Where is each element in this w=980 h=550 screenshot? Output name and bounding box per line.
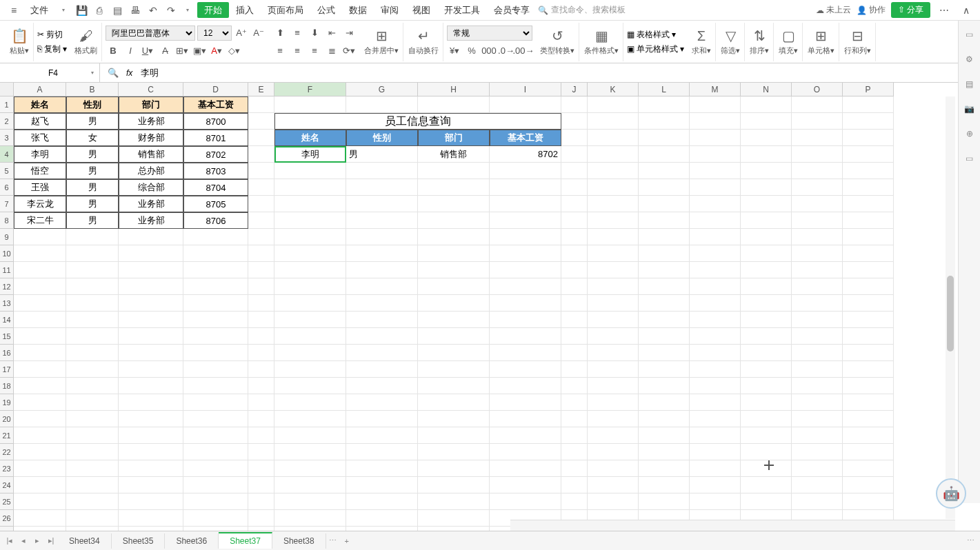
- table1-cell-1-0[interactable]: 张飞: [14, 130, 66, 146]
- cell-C23[interactable]: [119, 460, 183, 477]
- cell-M9[interactable]: [690, 229, 741, 245]
- cell-C12[interactable]: [119, 278, 183, 295]
- cell-O11[interactable]: [792, 262, 843, 278]
- align-left-icon[interactable]: ≡: [272, 43, 288, 59]
- cell-H20[interactable]: [418, 411, 490, 427]
- align-justify-icon[interactable]: ≣: [324, 43, 339, 59]
- cell-H23[interactable]: [418, 460, 490, 477]
- font-color-icon[interactable]: A▾: [209, 43, 224, 59]
- cell-D19[interactable]: [183, 394, 248, 411]
- table1-cell-0-1[interactable]: 男: [66, 113, 119, 130]
- cell-M3[interactable]: [690, 130, 741, 146]
- cell-O7[interactable]: [792, 196, 843, 212]
- col-header-M[interactable]: M: [690, 83, 741, 96]
- cell-C10[interactable]: [119, 245, 183, 262]
- cell-N11[interactable]: [741, 262, 792, 278]
- horizontal-scrollbar[interactable]: [510, 520, 955, 531]
- cell-J2[interactable]: [561, 113, 588, 130]
- cell-H25[interactable]: [418, 493, 490, 510]
- cell-P14[interactable]: [843, 312, 894, 328]
- cell-J17[interactable]: [561, 361, 588, 378]
- query-header-1[interactable]: 性别: [346, 130, 418, 146]
- cell-N19[interactable]: [741, 394, 792, 411]
- cell-H24[interactable]: [418, 477, 490, 493]
- cell-K25[interactable]: [588, 493, 639, 510]
- cell-F12[interactable]: [274, 278, 346, 295]
- cell-H10[interactable]: [418, 245, 490, 262]
- currency-icon[interactable]: ¥▾: [447, 43, 462, 59]
- query-header-3[interactable]: 基本工资: [490, 130, 561, 146]
- cell-C24[interactable]: [119, 477, 183, 493]
- cell-K9[interactable]: [588, 229, 639, 245]
- col-header-J[interactable]: J: [561, 83, 588, 96]
- cell-N13[interactable]: [741, 295, 792, 312]
- cell-F18[interactable]: [274, 378, 346, 394]
- cell-K4[interactable]: [588, 146, 639, 163]
- sidebar-select-icon[interactable]: ▭: [961, 26, 978, 43]
- cell-A13[interactable]: [14, 295, 66, 312]
- cell-M1[interactable]: [690, 96, 741, 113]
- cell-B14[interactable]: [66, 312, 119, 328]
- table1-cell-6-3[interactable]: 8706: [183, 212, 248, 229]
- cell-F8[interactable]: [274, 212, 346, 229]
- cell-G12[interactable]: [346, 278, 418, 295]
- cell-I19[interactable]: [490, 394, 561, 411]
- cell-M23[interactable]: [690, 460, 741, 477]
- cell-O19[interactable]: [792, 394, 843, 411]
- row-header-5[interactable]: 5: [0, 163, 14, 179]
- cell-M21[interactable]: [690, 427, 741, 444]
- zoom-formula-icon[interactable]: 🔍: [106, 65, 121, 81]
- row-header-2[interactable]: 2: [0, 113, 14, 130]
- cell-D18[interactable]: [183, 378, 248, 394]
- cell-M10[interactable]: [690, 245, 741, 262]
- cell-J20[interactable]: [561, 411, 588, 427]
- cell-B16[interactable]: [66, 345, 119, 361]
- cell-O6[interactable]: [792, 179, 843, 196]
- col-header-G[interactable]: G: [346, 83, 418, 96]
- cell-E12[interactable]: [248, 278, 274, 295]
- copy-button[interactable]: ⎘ 复制▾: [37, 43, 67, 55]
- col-header-P[interactable]: P: [843, 83, 894, 96]
- cell-B15[interactable]: [66, 328, 119, 345]
- cell-B23[interactable]: [66, 460, 119, 477]
- cond-format[interactable]: ▦条件格式▾: [580, 23, 623, 61]
- cell-J8[interactable]: [561, 212, 588, 229]
- cell-N9[interactable]: [741, 229, 792, 245]
- cell-N17[interactable]: [741, 361, 792, 378]
- cell-H17[interactable]: [418, 361, 490, 378]
- cell-C18[interactable]: [119, 378, 183, 394]
- decimal-inc-icon[interactable]: .0→: [499, 43, 514, 59]
- query-gender-cell[interactable]: 男: [346, 146, 418, 163]
- align-center-icon[interactable]: ≡: [290, 43, 305, 59]
- query-header-0[interactable]: 姓名: [274, 130, 346, 146]
- cell-E24[interactable]: [248, 477, 274, 493]
- cell-F20[interactable]: [274, 411, 346, 427]
- cell-O10[interactable]: [792, 245, 843, 262]
- cell-B13[interactable]: [66, 295, 119, 312]
- table1-header-1[interactable]: 性别: [66, 96, 119, 113]
- cell-C19[interactable]: [119, 394, 183, 411]
- cell-E16[interactable]: [248, 345, 274, 361]
- cell-M7[interactable]: [690, 196, 741, 212]
- cell-E15[interactable]: [248, 328, 274, 345]
- sidebar-style-icon[interactable]: ▤: [961, 76, 978, 92]
- cell-B19[interactable]: [66, 394, 119, 411]
- cell-E14[interactable]: [248, 312, 274, 328]
- row-header-20[interactable]: 20: [0, 411, 14, 427]
- cell-A23[interactable]: [14, 460, 66, 477]
- cell-L5[interactable]: [639, 163, 690, 179]
- cell-K14[interactable]: [588, 312, 639, 328]
- cell-K23[interactable]: [588, 460, 639, 477]
- decrease-font-icon[interactable]: A⁻: [251, 26, 266, 41]
- cell-B25[interactable]: [66, 493, 119, 510]
- cell-M22[interactable]: [690, 444, 741, 460]
- row-header-7[interactable]: 7: [0, 196, 14, 212]
- cell-P16[interactable]: [843, 345, 894, 361]
- cell-M8[interactable]: [690, 212, 741, 229]
- sidebar-help-icon[interactable]: ⊕: [961, 125, 978, 142]
- cell-I14[interactable]: [490, 312, 561, 328]
- cell-G15[interactable]: [346, 328, 418, 345]
- query-salary-cell[interactable]: 8702: [490, 146, 561, 163]
- table1-cell-1-1[interactable]: 女: [66, 130, 119, 146]
- command-search[interactable]: 🔍 查找命令、搜索模板: [538, 4, 626, 16]
